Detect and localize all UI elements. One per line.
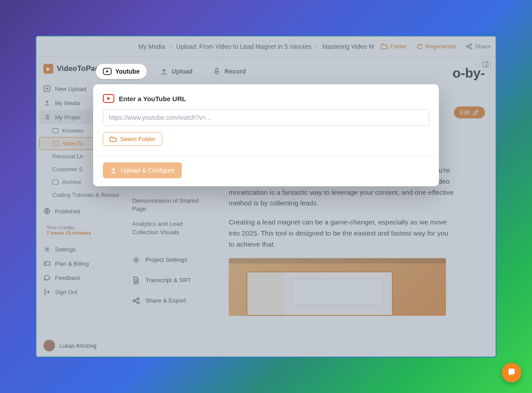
upload-modal: Youtube Upload Record Enter a YouTube UR xyxy=(93,64,439,186)
folder-icon xyxy=(110,136,117,142)
modal-tabs: Youtube Upload Record xyxy=(93,64,439,84)
tab-upload[interactable]: Upload xyxy=(153,64,200,79)
youtube-icon xyxy=(103,68,112,75)
youtube-icon xyxy=(103,94,114,103)
modal-card: Enter a YouTube URL Select Folder Upload… xyxy=(93,84,439,186)
tab-upload-label: Upload xyxy=(172,68,192,75)
youtube-url-input[interactable] xyxy=(103,109,429,126)
microphone-icon xyxy=(213,67,221,75)
modal-overlay[interactable]: Youtube Upload Record Enter a YouTube UR xyxy=(36,36,496,357)
chat-icon xyxy=(507,368,516,377)
upload-configure-button[interactable]: Upload & Configure xyxy=(103,162,182,178)
tab-youtube[interactable]: Youtube xyxy=(96,64,147,79)
support-chat-button[interactable] xyxy=(502,363,521,382)
upload-configure-label: Upload & Configure xyxy=(121,167,175,174)
upload-icon xyxy=(160,67,168,75)
select-folder-label: Select Folder xyxy=(120,136,156,142)
modal-title: Enter a YouTube URL xyxy=(119,95,186,102)
tab-youtube-label: Youtube xyxy=(115,68,140,75)
app-window: My Media › Upload: From Video to Lead Ma… xyxy=(35,35,497,358)
tab-record[interactable]: Record xyxy=(206,64,253,79)
select-folder-button[interactable]: Select Folder xyxy=(103,132,162,146)
upload-icon xyxy=(110,167,117,174)
svg-rect-14 xyxy=(216,68,218,72)
tab-record-label: Record xyxy=(224,68,246,75)
